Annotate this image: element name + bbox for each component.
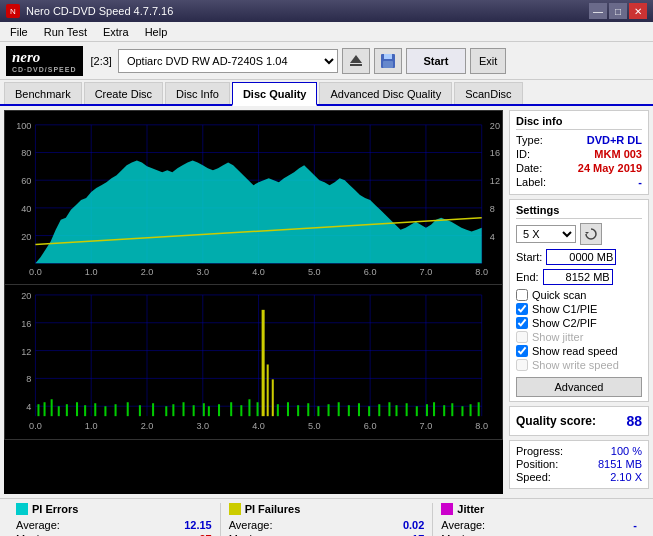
- advanced-button[interactable]: Advanced: [516, 377, 642, 397]
- maximize-button[interactable]: □: [609, 3, 627, 19]
- menu-extra[interactable]: Extra: [97, 24, 135, 40]
- svg-rect-89: [208, 406, 210, 416]
- close-button[interactable]: ✕: [629, 3, 647, 19]
- show-read-speed-checkbox[interactable]: [516, 345, 528, 357]
- svg-rect-107: [368, 406, 370, 416]
- disc-id-value: MKM 003: [594, 148, 642, 160]
- show-read-speed-label: Show read speed: [532, 345, 618, 357]
- svg-marker-120: [585, 232, 589, 234]
- svg-text:7.0: 7.0: [420, 421, 433, 431]
- chart-area: 100 80 60 40 20 20 16 12 8 4 0.0 1.0 2.0…: [4, 110, 503, 494]
- pi-errors-avg-label: Average:: [16, 519, 60, 531]
- menu-file[interactable]: File: [4, 24, 34, 40]
- svg-text:2.0: 2.0: [141, 267, 154, 277]
- disc-info-section: Disc info Type: DVD+R DL ID: MKM 003 Dat…: [509, 110, 649, 195]
- svg-rect-106: [358, 403, 360, 416]
- svg-rect-86: [183, 402, 185, 416]
- svg-rect-78: [94, 403, 96, 416]
- disc-id-label: ID:: [516, 148, 530, 160]
- tab-disc-info[interactable]: Disc Info: [165, 82, 230, 104]
- svg-text:80: 80: [21, 149, 31, 159]
- save-button[interactable]: [374, 48, 402, 74]
- eject-button[interactable]: [342, 48, 370, 74]
- show-write-speed-label: Show write speed: [532, 359, 619, 371]
- svg-text:12: 12: [490, 176, 500, 186]
- jitter-label: Jitter: [457, 503, 484, 515]
- svg-text:6.0: 6.0: [364, 267, 377, 277]
- svg-rect-91: [230, 402, 232, 416]
- svg-text:4.0: 4.0: [252, 267, 265, 277]
- svg-rect-110: [396, 405, 398, 416]
- menu-run-test[interactable]: Run Test: [38, 24, 93, 40]
- position-row: Position: 8151 MB: [516, 458, 642, 470]
- svg-text:0.0: 0.0: [29, 421, 42, 431]
- svg-text:8: 8: [26, 374, 31, 384]
- start-mb-input[interactable]: [546, 249, 616, 265]
- pi-errors-color: [16, 503, 28, 515]
- speed-select[interactable]: 5 X: [516, 225, 576, 243]
- svg-text:20: 20: [21, 232, 31, 242]
- svg-rect-72: [44, 402, 46, 416]
- svg-text:8.0: 8.0: [475, 267, 488, 277]
- svg-rect-95: [262, 310, 265, 416]
- jitter-group: Jitter Average: - Maximum: - PO failures…: [433, 503, 645, 536]
- quick-scan-checkbox[interactable]: [516, 289, 528, 301]
- end-mb-label: End:: [516, 271, 539, 283]
- menu-help[interactable]: Help: [139, 24, 174, 40]
- svg-rect-113: [426, 404, 428, 416]
- drive-select[interactable]: Optiarc DVD RW AD-7240S 1.04: [118, 49, 338, 73]
- pi-errors-label: PI Errors: [32, 503, 78, 515]
- tab-scandisc[interactable]: ScanDisc: [454, 82, 522, 104]
- svg-text:8.0: 8.0: [475, 421, 488, 431]
- show-jitter-row: Show jitter: [516, 331, 642, 343]
- jitter-color: [441, 503, 453, 515]
- tab-create-disc[interactable]: Create Disc: [84, 82, 163, 104]
- svg-text:3.0: 3.0: [196, 421, 209, 431]
- end-mb-input[interactable]: [543, 269, 613, 285]
- pi-failures-group: PI Failures Average: 0.02 Maximum: 17 To…: [221, 503, 434, 536]
- tab-disc-quality[interactable]: Disc Quality: [232, 82, 318, 106]
- disc-label-value: -: [638, 176, 642, 188]
- svg-rect-104: [338, 402, 340, 416]
- svg-rect-119: [478, 402, 480, 416]
- disc-id-row: ID: MKM 003: [516, 148, 642, 160]
- show-jitter-label: Show jitter: [532, 331, 583, 343]
- svg-marker-0: [350, 55, 362, 63]
- svg-rect-99: [287, 402, 289, 416]
- svg-rect-109: [388, 402, 390, 416]
- svg-text:6.0: 6.0: [364, 421, 377, 431]
- disc-date-row: Date: 24 May 2019: [516, 162, 642, 174]
- svg-text:16: 16: [21, 319, 31, 329]
- speed-value: 2.10 X: [610, 471, 642, 483]
- progress-value: 100 %: [611, 445, 642, 457]
- svg-rect-82: [139, 405, 141, 416]
- app-icon: N: [6, 4, 20, 18]
- svg-text:4: 4: [490, 232, 495, 242]
- tab-advanced-disc-quality[interactable]: Advanced Disc Quality: [319, 82, 452, 104]
- minimize-button[interactable]: —: [589, 3, 607, 19]
- show-c2-pif-checkbox[interactable]: [516, 317, 528, 329]
- show-c1-pie-checkbox[interactable]: [516, 303, 528, 315]
- svg-rect-4: [383, 61, 393, 68]
- disc-type-row: Type: DVD+R DL: [516, 134, 642, 146]
- show-write-speed-checkbox: [516, 359, 528, 371]
- tabs: Benchmark Create Disc Disc Info Disc Qua…: [0, 80, 653, 106]
- svg-rect-118: [470, 404, 472, 416]
- exit-button[interactable]: Exit: [470, 48, 506, 74]
- reset-button[interactable]: [580, 223, 602, 245]
- svg-rect-92: [240, 405, 242, 416]
- position-value: 8151 MB: [598, 458, 642, 470]
- tab-benchmark[interactable]: Benchmark: [4, 82, 82, 104]
- jitter-header: Jitter: [441, 503, 637, 515]
- stats-bar: PI Errors Average: 12.15 Maximum: 97 Tot…: [0, 498, 653, 536]
- pi-failures-label: PI Failures: [245, 503, 301, 515]
- svg-rect-3: [384, 54, 392, 59]
- svg-rect-88: [203, 403, 205, 416]
- svg-rect-77: [84, 405, 86, 416]
- start-button[interactable]: Start: [406, 48, 466, 74]
- settings-title: Settings: [516, 204, 642, 219]
- disc-date-label: Date:: [516, 162, 542, 174]
- svg-rect-71: [37, 404, 39, 416]
- svg-rect-105: [348, 405, 350, 416]
- svg-rect-76: [76, 402, 78, 416]
